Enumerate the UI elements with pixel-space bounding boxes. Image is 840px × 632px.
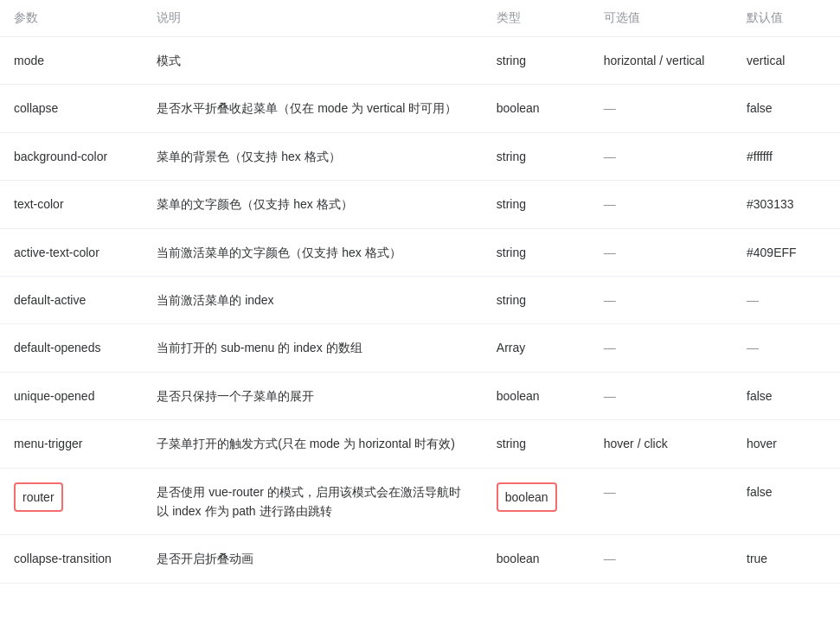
table-header-row: 参数 说明 类型 可选值 默认值	[0, 0, 840, 37]
cell-options: —	[590, 85, 733, 132]
cell-desc: 是否使用 vue-router 的模式，启用该模式会在激活导航时以 index …	[143, 468, 483, 535]
cell-desc: 子菜单打开的触发方式(只在 mode 为 horizontal 时有效)	[143, 420, 483, 468]
cell-param: collapse	[0, 85, 143, 132]
cell-desc: 当前打开的 sub-menu 的 index 的数组	[143, 324, 483, 372]
cell-default: #ffffff	[733, 132, 840, 180]
cell-desc: 菜单的背景色（仅支持 hex 格式）	[143, 132, 483, 180]
cell-default: false	[733, 85, 840, 132]
cell-default: false	[733, 468, 840, 535]
table-row: mode模式stringhorizontal / verticalvertica…	[0, 37, 840, 85]
cell-type: string	[483, 420, 590, 468]
cell-param: default-active	[0, 276, 143, 323]
cell-type: string	[483, 228, 590, 276]
header-param: 参数	[0, 0, 143, 37]
cell-options: —	[590, 132, 733, 180]
params-table: 参数 说明 类型 可选值 默认值 mode模式stringhorizontal …	[0, 0, 840, 584]
table-row: collapse是否水平折叠收起菜单（仅在 mode 为 vertical 时可…	[0, 85, 840, 132]
cell-options: —	[590, 324, 733, 372]
cell-desc: 当前激活菜单的 index	[143, 276, 483, 323]
cell-param: text-color	[0, 181, 143, 228]
cell-param: mode	[0, 37, 143, 85]
table-row: unique-opened是否只保持一个子菜单的展开boolean—false	[0, 372, 840, 419]
cell-param: background-color	[0, 132, 143, 180]
table-row: background-color菜单的背景色（仅支持 hex 格式）string…	[0, 132, 840, 180]
header-default: 默认值	[733, 0, 840, 37]
cell-type: boolean	[483, 535, 590, 583]
cell-type: boolean	[483, 468, 590, 535]
cell-default: true	[733, 535, 840, 583]
cell-options: —	[590, 372, 733, 419]
table-row: default-openeds当前打开的 sub-menu 的 index 的数…	[0, 324, 840, 372]
cell-options: —	[590, 276, 733, 323]
cell-type: string	[483, 132, 590, 180]
header-type: 类型	[483, 0, 590, 37]
table-row: menu-trigger子菜单打开的触发方式(只在 mode 为 horizon…	[0, 420, 840, 468]
cell-desc: 当前激活菜单的文字颜色（仅支持 hex 格式）	[143, 228, 483, 276]
cell-param: collapse-transition	[0, 535, 143, 583]
table-row: default-active当前激活菜单的 indexstring——	[0, 276, 840, 323]
cell-desc: 是否开启折叠动画	[143, 535, 483, 583]
cell-param: router	[0, 468, 143, 535]
cell-param: active-text-color	[0, 228, 143, 276]
cell-default: #303133	[733, 181, 840, 228]
cell-desc: 模式	[143, 37, 483, 85]
cell-default: —	[733, 324, 840, 372]
cell-type: Array	[483, 324, 590, 372]
cell-default: vertical	[733, 37, 840, 85]
highlighted-param-value: router	[14, 482, 63, 512]
highlighted-type-value: boolean	[497, 482, 557, 512]
header-desc: 说明	[143, 0, 483, 37]
cell-options: hover / click	[590, 420, 733, 468]
table-container: 参数 说明 类型 可选值 默认值 mode模式stringhorizontal …	[0, 0, 840, 584]
cell-type: string	[483, 276, 590, 323]
cell-type: string	[483, 37, 590, 85]
cell-options: —	[590, 535, 733, 583]
table-row: text-color菜单的文字颜色（仅支持 hex 格式）string—#303…	[0, 181, 840, 228]
cell-default: false	[733, 372, 840, 419]
cell-default: hover	[733, 420, 840, 468]
cell-desc: 菜单的文字颜色（仅支持 hex 格式）	[143, 181, 483, 228]
cell-type: boolean	[483, 372, 590, 419]
cell-param: menu-trigger	[0, 420, 143, 468]
cell-desc: 是否只保持一个子菜单的展开	[143, 372, 483, 419]
cell-options: —	[590, 181, 733, 228]
cell-options: horizontal / vertical	[590, 37, 733, 85]
cell-options: —	[590, 228, 733, 276]
table-row: active-text-color当前激活菜单的文字颜色（仅支持 hex 格式）…	[0, 228, 840, 276]
cell-type: string	[483, 181, 590, 228]
cell-type: boolean	[483, 85, 590, 132]
cell-desc: 是否水平折叠收起菜单（仅在 mode 为 vertical 时可用）	[143, 85, 483, 132]
cell-default: —	[733, 276, 840, 323]
table-row: collapse-transition是否开启折叠动画boolean—true	[0, 535, 840, 583]
cell-param: default-openeds	[0, 324, 143, 372]
cell-options: —	[590, 468, 733, 535]
table-row: router是否使用 vue-router 的模式，启用该模式会在激活导航时以 …	[0, 468, 840, 535]
cell-default: #409EFF	[733, 228, 840, 276]
cell-param: unique-opened	[0, 372, 143, 419]
header-options: 可选值	[590, 0, 733, 37]
